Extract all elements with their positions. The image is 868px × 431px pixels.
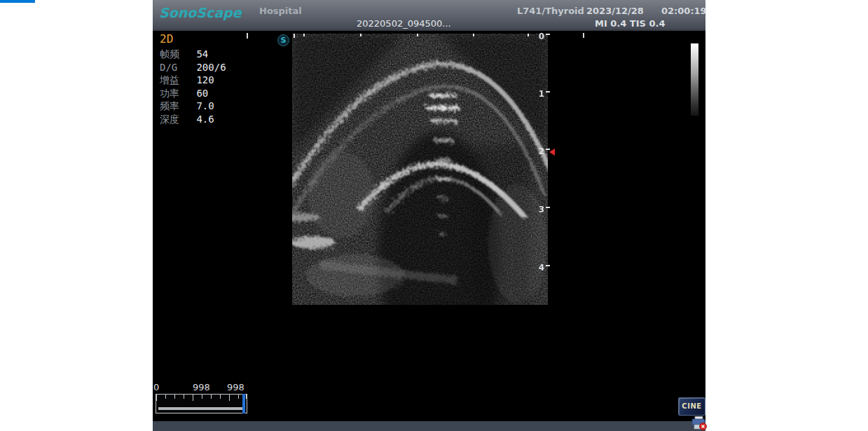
param-row-depth: 深度 4.6 xyxy=(160,113,226,126)
depth-tick-label: 1 xyxy=(533,89,544,99)
param-value: 60 xyxy=(196,88,208,99)
cine-button[interactable]: CINE xyxy=(678,397,705,416)
hospital-label: Hospital xyxy=(259,6,302,16)
param-label: 深度 xyxy=(160,113,191,126)
parameter-panel: 2D 帧频 54 D/G 200/6 增益 120 功率 60 频率 7.0 xyxy=(160,32,226,126)
depth-tick-dash xyxy=(546,207,550,208)
cine-scrollbar[interactable] xyxy=(156,394,247,413)
depth-tick: 1 xyxy=(533,89,554,99)
grayscale-bar xyxy=(691,43,698,116)
probe-orientation-s-icon: S xyxy=(277,34,289,46)
depth-tick-dash xyxy=(546,34,550,35)
page: SonoScape Hospital L741/Thyroid 2023/12/… xyxy=(0,0,868,431)
param-row-gain: 增益 120 xyxy=(160,74,226,87)
param-row-power: 功率 60 xyxy=(160,87,226,100)
param-label: 功率 xyxy=(160,87,191,100)
param-label: D/G xyxy=(160,61,191,74)
param-value: 4.6 xyxy=(196,114,214,125)
param-value: 120 xyxy=(196,74,214,85)
ultrasound-image-canvas xyxy=(292,34,548,305)
depth-tick-label: 3 xyxy=(533,205,544,214)
printer-offline-icon xyxy=(691,416,707,430)
cine-progress-fill xyxy=(158,407,243,410)
depth-tick-label: 2 xyxy=(533,146,544,156)
cine-cursor[interactable] xyxy=(242,394,245,413)
param-label: 增益 xyxy=(160,74,191,87)
param-row-frequency: 频率 7.0 xyxy=(160,100,226,113)
param-value: 54 xyxy=(196,48,208,60)
cine-current-label: 998 xyxy=(193,382,210,392)
mode-label: 2D xyxy=(160,32,226,48)
screen-tick-right xyxy=(583,33,584,38)
param-value: 200/6 xyxy=(196,62,226,73)
mi-tis-label: MI 0.4 TIS 0.4 xyxy=(595,18,665,29)
depth-tick-dash xyxy=(546,91,550,93)
param-row-framerate: 帧频 54 xyxy=(160,48,226,61)
focus-marker-icon xyxy=(549,149,555,156)
date-label: 2023/12/28 xyxy=(586,6,644,16)
depth-tick-label: 4 xyxy=(533,263,544,273)
ultrasound-machine-screen: SonoScape Hospital L741/Thyroid 2023/12/… xyxy=(153,0,705,431)
ultrasound-image xyxy=(292,34,548,305)
cine-frame-labels: 0 998 998 xyxy=(153,382,258,393)
depth-tick: 4 xyxy=(533,263,554,273)
param-label: 频率 xyxy=(160,100,191,113)
depth-tick: 0 xyxy=(533,32,554,41)
param-value: 7.0 xyxy=(196,100,214,111)
param-row-dg: D/G 200/6 xyxy=(160,61,226,74)
exam-id-label: 20220502_094500... xyxy=(357,18,451,29)
screen-tick-left xyxy=(247,33,248,39)
param-label: 帧频 xyxy=(160,48,191,61)
time-label: 02:00:19 xyxy=(661,6,707,16)
depth-tick: 3 xyxy=(533,205,554,214)
status-strip xyxy=(153,421,705,431)
sonoscape-logo: SonoScape xyxy=(159,5,242,20)
depth-tick-label: 0 xyxy=(533,32,544,41)
header-bar: SonoScape Hospital L741/Thyroid 2023/12/… xyxy=(153,0,705,31)
depth-tick-dash xyxy=(546,265,550,266)
cine-total-label: 998 xyxy=(227,382,244,392)
cine-start-label: 0 xyxy=(153,382,159,392)
probe-preset-label: L741/Thyroid xyxy=(517,6,584,16)
top-left-blue-bar xyxy=(0,0,35,3)
